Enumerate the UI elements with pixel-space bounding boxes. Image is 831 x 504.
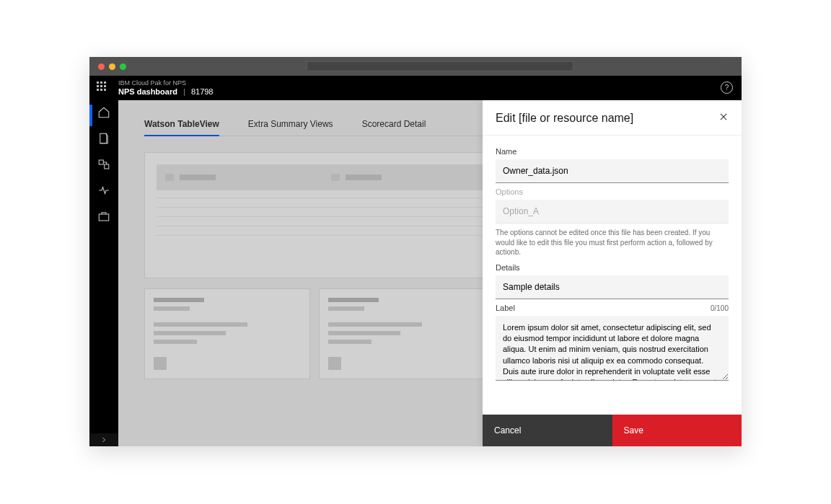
app-header: IBM Cloud Pak for NPS NPS dashboard | 81… — [89, 76, 742, 100]
sidebar-expand-icon[interactable] — [89, 433, 118, 446]
dialog-header: Edit [file or resource name] — [483, 100, 742, 136]
edit-dialog: Edit [file or resource name] Name Option… — [483, 100, 742, 446]
sidebar — [89, 100, 118, 446]
name-label: Name — [496, 147, 729, 156]
dialog-title: Edit [file or resource name] — [496, 112, 633, 125]
options-label: Options — [496, 187, 729, 196]
maximize-window-icon[interactable] — [120, 63, 126, 70]
name-input[interactable] — [496, 159, 729, 183]
url-bar[interactable] — [307, 61, 573, 71]
close-icon[interactable] — [718, 112, 729, 125]
cancel-button[interactable]: Cancel — [483, 415, 612, 446]
options-helper: The options cannot be edited once this f… — [496, 228, 729, 257]
active-rail — [89, 105, 92, 126]
close-window-icon[interactable] — [98, 63, 105, 70]
svg-rect-0 — [100, 133, 107, 143]
label-counter: 0/100 — [711, 304, 729, 312]
svg-rect-3 — [99, 214, 109, 221]
svg-rect-2 — [105, 164, 109, 169]
data-icon[interactable] — [97, 158, 110, 171]
card-2 — [319, 288, 485, 379]
header-sep: | — [183, 87, 185, 96]
label-textarea[interactable] — [496, 316, 729, 381]
browser-window: IBM Cloud Pak for NPS NPS dashboard | 81… — [89, 57, 742, 446]
options-input — [496, 200, 729, 224]
header-titles: IBM Cloud Pak for NPS NPS dashboard | 81… — [118, 80, 213, 96]
minimize-window-icon[interactable] — [109, 63, 115, 70]
details-input[interactable] — [496, 275, 729, 299]
tab-extra[interactable]: Extra Summary Views — [248, 113, 333, 136]
dialog-body: Name Options The options cannot be edite… — [483, 136, 742, 415]
help-icon[interactable]: ? — [721, 81, 733, 94]
briefcase-icon[interactable] — [97, 210, 110, 223]
details-label: Details — [496, 263, 729, 272]
home-icon[interactable] — [97, 106, 110, 119]
save-button[interactable]: Save — [612, 415, 742, 446]
dialog-footer: Cancel Save — [483, 415, 742, 446]
activity-icon[interactable] — [97, 184, 110, 197]
document-icon[interactable] — [97, 132, 110, 145]
app-switcher-icon[interactable] — [97, 81, 110, 94]
header-dashboard: NPS dashboard — [118, 87, 177, 96]
svg-rect-1 — [99, 160, 103, 164]
header-main: NPS dashboard | 81798 — [118, 87, 213, 96]
header-id: 81798 — [191, 87, 214, 96]
tab-watson[interactable]: Watson TableView — [144, 113, 219, 136]
window-controls — [98, 63, 126, 70]
header-supertitle: IBM Cloud Pak for NPS — [118, 80, 213, 87]
mac-titlebar — [89, 57, 742, 76]
tab-scorecard[interactable]: Scorecard Detail — [362, 113, 426, 136]
card-1 — [144, 288, 310, 379]
label-label: Label — [496, 304, 515, 312]
